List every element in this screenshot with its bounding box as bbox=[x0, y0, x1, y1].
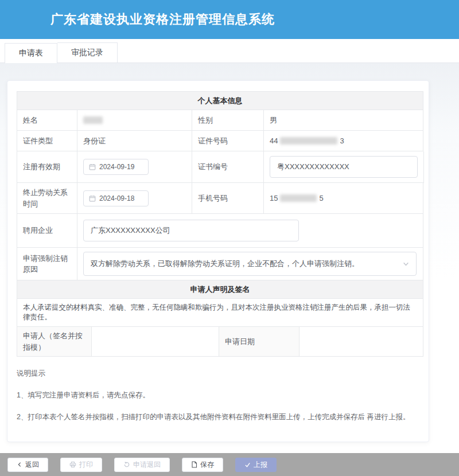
calendar-icon bbox=[89, 195, 96, 202]
tab-application-form-label: 申请表 bbox=[19, 48, 43, 58]
undo-icon bbox=[123, 461, 130, 468]
reason-select[interactable]: 双方解除劳动关系，已取得解除劳动关系证明，企业不配合，个人申请强制注销。 bbox=[83, 252, 417, 276]
section-declaration-title: 申请人声明及签名 bbox=[17, 280, 423, 299]
application-form-table: 个人基本信息 姓名 性别 男 证件类型 身份证 证件号码 443 注册有效期 bbox=[17, 91, 423, 357]
id-type-value: 身份证 bbox=[77, 131, 192, 151]
apply-date-area bbox=[299, 327, 423, 357]
save-button[interactable]: 保存 bbox=[182, 458, 223, 472]
row-signature-date: 申请人（签名并按指模） 申请日期 bbox=[17, 327, 423, 357]
reason-cell: 双方解除劳动关系，已取得解除劳动关系证明，企业不配合，个人申请强制注销。 bbox=[77, 248, 423, 280]
applicant-sign-label: 申请人（签名并按指模） bbox=[17, 327, 92, 357]
cert-no-input[interactable] bbox=[270, 156, 418, 178]
request-return-button-label: 申请退回 bbox=[133, 460, 161, 470]
form-card: 个人基本信息 姓名 性别 男 证件类型 身份证 证件号码 443 注册有效期 bbox=[7, 80, 429, 442]
calendar-icon bbox=[89, 163, 96, 170]
printer-icon bbox=[69, 461, 76, 468]
id-number-label: 证件号码 bbox=[192, 131, 264, 151]
row-idtype-idnumber: 证件类型 身份证 证件号码 443 bbox=[17, 131, 423, 151]
name-label: 姓名 bbox=[17, 110, 77, 131]
reason-select-value: 双方解除劳动关系，已取得解除劳动关系证明，企业不配合，个人申请强制注销。 bbox=[91, 259, 359, 269]
print-button-label: 打印 bbox=[79, 460, 93, 470]
footer-action-bar: 返回 打印 申请退回 保存 bbox=[0, 453, 459, 476]
end-labor-date-input[interactable]: 2024-09-18 bbox=[83, 190, 149, 206]
gender-value: 男 bbox=[264, 110, 423, 131]
submit-button[interactable]: 上报 bbox=[235, 458, 277, 472]
cert-no-label: 证书编号 bbox=[192, 151, 264, 183]
end-labor-cell: 2024-09-18 bbox=[77, 183, 192, 214]
section-personal-info-title: 个人基本信息 bbox=[17, 92, 423, 110]
mobile-prefix: 15 bbox=[270, 194, 278, 202]
submit-button-label: 上报 bbox=[254, 460, 267, 470]
redacted-text bbox=[280, 194, 317, 202]
section-personal-info: 个人基本信息 bbox=[17, 92, 423, 110]
end-labor-label: 终止劳动关系时间 bbox=[17, 183, 77, 214]
request-return-button[interactable]: 申请退回 bbox=[114, 458, 170, 472]
save-button-label: 保存 bbox=[200, 460, 214, 470]
check-icon bbox=[244, 462, 251, 468]
back-button-label: 返回 bbox=[25, 460, 39, 470]
row-endlabor-mobile: 终止劳动关系时间 2024-09-18 bbox=[17, 183, 423, 214]
apply-date-label: 申请日期 bbox=[219, 327, 299, 357]
document-icon bbox=[191, 461, 197, 468]
employer-input[interactable] bbox=[83, 220, 299, 241]
redacted-text bbox=[280, 137, 337, 145]
tab-application-form[interactable]: 申请表 bbox=[5, 43, 57, 63]
employer-label: 聘用企业 bbox=[17, 214, 77, 248]
id-number-value: 443 bbox=[264, 131, 423, 151]
page-title: 广东省建设执业资格注册管理信息系统 bbox=[0, 11, 275, 28]
notes-line-1: 1、填写完注册申请资料后，请先点保存。 bbox=[17, 388, 422, 403]
end-labor-date-value: 2024-09-18 bbox=[99, 194, 134, 202]
reg-validity-date-value: 2024-09-19 bbox=[99, 163, 134, 171]
cert-no-cell bbox=[264, 151, 424, 183]
id-number-prefix: 44 bbox=[270, 136, 278, 145]
applicant-sign-area bbox=[92, 327, 219, 357]
notes-title: 说明提示 bbox=[17, 366, 422, 381]
mobile-value: 155 bbox=[264, 183, 423, 214]
back-button[interactable]: 返回 bbox=[7, 458, 48, 472]
reg-validity-cell: 2024-09-19 bbox=[77, 151, 192, 183]
tab-approval-records-label: 审批记录 bbox=[71, 48, 103, 58]
reg-validity-label: 注册有效期 bbox=[17, 151, 77, 183]
reason-label: 申请强制注销原因 bbox=[17, 248, 77, 280]
id-type-label: 证件类型 bbox=[17, 131, 77, 151]
main-content: 个人基本信息 姓名 性别 男 证件类型 身份证 证件号码 443 注册有效期 bbox=[0, 63, 459, 453]
row-name-gender: 姓名 性别 男 bbox=[17, 110, 423, 131]
app-header: 广东省建设执业资格注册管理信息系统 bbox=[0, 0, 459, 39]
name-value bbox=[77, 110, 192, 131]
declaration-text: 本人承诺提交的材料真实、准确、完整，无任何隐瞒和欺骗行为，且对本次注册执业资格注… bbox=[17, 299, 423, 327]
row-reason: 申请强制注销原因 双方解除劳动关系，已取得解除劳动关系证明，企业不配合，个人申请… bbox=[17, 248, 423, 280]
gender-label: 性别 bbox=[192, 110, 264, 131]
chevron-down-icon bbox=[403, 261, 409, 267]
section-declaration: 申请人声明及签名 bbox=[17, 280, 423, 299]
print-button[interactable]: 打印 bbox=[60, 458, 102, 472]
row-declaration: 本人承诺提交的材料真实、准确、完整，无任何隐瞒和欺骗行为，且对本次注册执业资格注… bbox=[17, 299, 423, 327]
tab-bar: 申请表 审批记录 bbox=[0, 39, 459, 63]
employer-cell bbox=[77, 214, 423, 248]
tab-approval-records[interactable]: 审批记录 bbox=[57, 42, 118, 63]
chevron-left-icon bbox=[17, 462, 22, 467]
reg-validity-date-input[interactable]: 2024-09-19 bbox=[83, 159, 149, 175]
row-validity-certno: 注册有效期 2024-09-19 bbox=[17, 151, 423, 183]
notes-block: 说明提示 1、填写完注册申请资料后，请先点保存。 2、打印本表个人签名并按指模，… bbox=[17, 357, 422, 424]
redacted-text bbox=[83, 116, 103, 124]
row-employer: 聘用企业 bbox=[17, 214, 423, 248]
mobile-label: 手机号码 bbox=[192, 183, 264, 214]
notes-line-2: 2、打印本表个人签名并按指模，扫描打印的申请表以及其他附件资料在附件资料里面上传… bbox=[17, 410, 422, 424]
mobile-suffix: 5 bbox=[319, 194, 323, 202]
id-number-suffix: 3 bbox=[340, 136, 344, 145]
